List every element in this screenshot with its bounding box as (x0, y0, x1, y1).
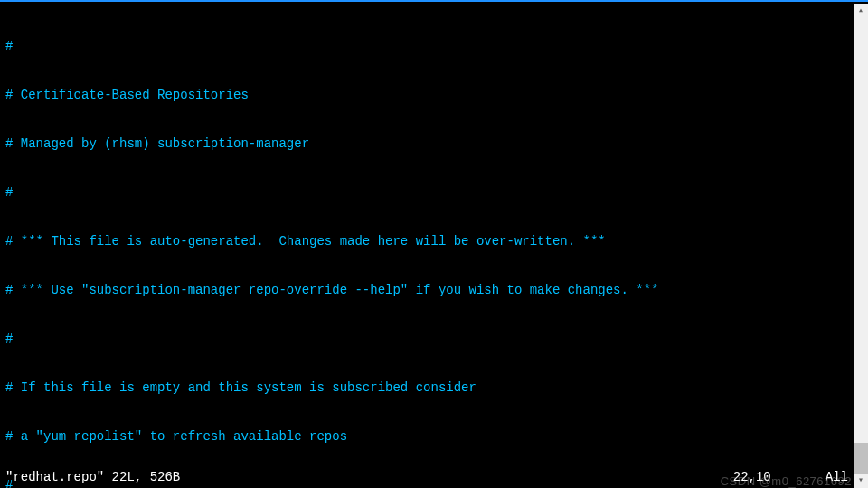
chevron-down-icon: ▾ (858, 476, 863, 485)
scroll-down-button[interactable]: ▾ (854, 474, 868, 488)
terminal-viewport[interactable]: # # Certificate-Based Repositories # Man… (0, 4, 854, 488)
vim-status-bar: "redhat.repo" 22L, 526B 22,10 All (5, 470, 848, 486)
status-scroll-percent: All (826, 470, 848, 486)
chevron-up-icon: ▴ (858, 6, 863, 15)
comment-line: # *** Use "subscription-manager repo-ove… (5, 283, 659, 297)
comment-line: # Certificate-Based Repositories (5, 88, 249, 102)
comment-line: # (5, 39, 13, 53)
status-filename: "redhat.repo" 22L, 526B (5, 470, 180, 486)
comment-line: # If this file is empty and this system … (5, 380, 476, 395)
scroll-up-button[interactable]: ▴ (854, 4, 868, 18)
comment-line: # (5, 185, 13, 200)
comment-line: # a "yum repolist" to refresh available … (5, 429, 347, 444)
comment-line: # *** This file is auto-generated. Chang… (5, 234, 606, 249)
terminal-window: # # Certificate-Based Repositories # Man… (0, 0, 868, 488)
comment-line: # (5, 332, 13, 346)
scroll-track[interactable] (854, 18, 868, 474)
scrollbar-vertical[interactable]: ▴ ▾ (854, 4, 868, 488)
status-cursor-position: 22,10 (733, 470, 771, 486)
comment-line: # Managed by (rhsm) subscription-manager (5, 136, 309, 151)
scroll-thumb[interactable] (854, 443, 868, 474)
